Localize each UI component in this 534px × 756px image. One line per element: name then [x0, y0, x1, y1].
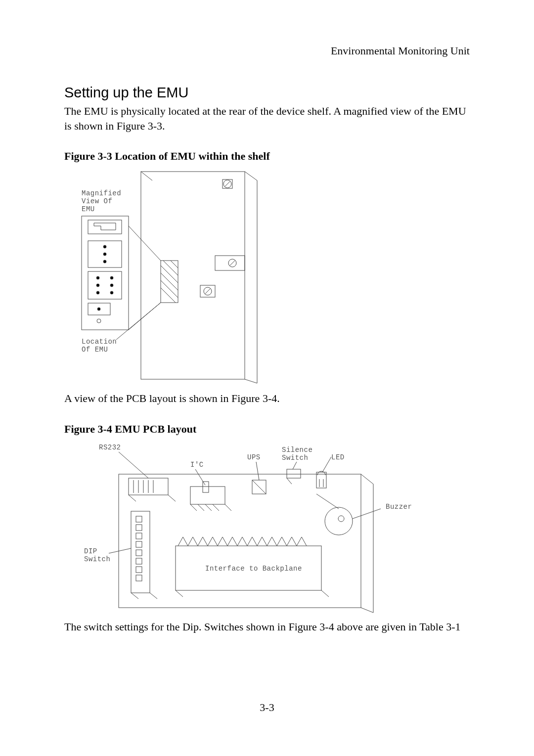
svg-line-77	[131, 593, 138, 599]
svg-point-28	[103, 260, 106, 263]
svg-line-12	[161, 288, 176, 303]
svg-line-80	[176, 590, 183, 597]
svg-rect-15	[215, 256, 245, 270]
svg-point-33	[110, 284, 113, 287]
svg-rect-63	[316, 472, 326, 488]
svg-rect-61	[287, 469, 301, 478]
svg-line-41	[361, 474, 373, 484]
svg-line-62	[287, 478, 292, 484]
fig34-label-ups: UPS	[247, 453, 261, 461]
svg-rect-53	[203, 482, 209, 492]
svg-line-6	[224, 181, 230, 187]
fig33-label-magnified-2: View Of	[82, 197, 112, 205]
paragraph-1: The EMU is physically located at the rea…	[64, 104, 470, 133]
svg-point-67	[338, 516, 344, 522]
svg-line-11	[161, 280, 178, 298]
svg-point-32	[96, 284, 99, 287]
svg-line-43	[361, 608, 373, 613]
fig33-label-magnified-3: EMU	[82, 205, 95, 213]
svg-line-60	[252, 480, 266, 494]
svg-line-3	[245, 379, 257, 383]
svg-rect-52	[190, 487, 225, 504]
section-heading: Setting up the EMU	[64, 85, 470, 101]
fig33-label-location-2: Of EMU	[82, 346, 108, 354]
fig34-label-silence-2: Switch	[282, 454, 308, 462]
svg-line-78	[150, 593, 157, 599]
fig33-label-magnified-1: Magnified	[82, 189, 121, 197]
svg-rect-74	[136, 558, 142, 564]
svg-line-1	[245, 172, 257, 180]
fig34-label-dip-1: DIP	[84, 547, 97, 555]
svg-line-55	[198, 504, 204, 511]
svg-line-21	[129, 226, 161, 261]
fig34-label-ic: I'C	[190, 461, 204, 469]
svg-rect-0	[141, 172, 245, 379]
svg-line-17	[229, 260, 235, 266]
svg-rect-24	[88, 220, 122, 234]
svg-line-86	[322, 457, 331, 472]
svg-point-35	[110, 291, 113, 294]
svg-line-39	[116, 303, 161, 340]
svg-point-31	[110, 276, 113, 279]
fig34-label-silence-1: Silence	[282, 446, 312, 454]
svg-rect-70	[136, 525, 142, 531]
svg-line-83	[195, 469, 205, 485]
svg-rect-29	[88, 271, 122, 299]
svg-line-20	[205, 288, 211, 294]
svg-line-57	[213, 504, 219, 511]
figure-3-3-caption: Figure 3-3 Location of EMU within the sh…	[64, 150, 470, 163]
svg-line-81	[321, 590, 329, 597]
svg-point-38	[97, 319, 101, 323]
svg-line-56	[205, 504, 212, 511]
svg-line-85	[293, 462, 297, 469]
fig34-label-dip-2: Switch	[84, 555, 110, 563]
page-number: 3-3	[0, 701, 534, 714]
svg-point-66	[325, 507, 353, 535]
svg-line-13	[163, 261, 178, 275]
svg-line-58	[225, 504, 231, 511]
figure-3-3-diagram: Magnified View Of EMU Location Of EMU	[64, 167, 470, 391]
svg-rect-68	[131, 511, 150, 593]
svg-rect-71	[136, 533, 142, 539]
svg-line-87	[353, 509, 381, 519]
svg-line-14	[171, 261, 178, 268]
svg-line-88	[109, 548, 131, 553]
fig34-label-rs232: RS232	[99, 444, 121, 451]
svg-point-37	[97, 308, 100, 311]
svg-rect-72	[136, 541, 142, 547]
svg-rect-76	[136, 575, 142, 581]
svg-line-4	[141, 172, 152, 180]
svg-point-26	[103, 245, 106, 248]
paragraph-3: The switch settings for the Dip. Switche…	[64, 620, 470, 634]
svg-point-27	[103, 253, 106, 256]
svg-line-10	[161, 273, 178, 290]
svg-rect-73	[136, 550, 142, 556]
svg-line-54	[190, 504, 197, 511]
svg-point-34	[96, 291, 99, 294]
svg-line-50	[129, 495, 136, 501]
figure-3-4-caption: Figure 3-4 EMU PCB layout	[64, 423, 470, 436]
svg-line-89	[316, 494, 339, 509]
fig34-label-buzzer: Buzzer	[386, 503, 412, 511]
svg-line-84	[256, 462, 259, 480]
fig34-label-backplane: Interface to Backplane	[205, 565, 302, 573]
paragraph-2: A view of the PCB layout is shown in Fig…	[64, 391, 470, 406]
fig33-label-location-1: Location	[82, 338, 117, 346]
svg-rect-69	[136, 516, 142, 522]
fig34-label-led: LED	[331, 453, 345, 461]
page-header-right: Environmental Monitoring Unit	[64, 44, 470, 57]
svg-line-9	[161, 266, 178, 283]
svg-line-51	[168, 495, 176, 501]
svg-rect-75	[136, 567, 142, 573]
figure-3-4-diagram: RS232 I'C UPS Silence Switch LED Buzzer …	[64, 440, 470, 620]
svg-point-30	[96, 276, 99, 279]
